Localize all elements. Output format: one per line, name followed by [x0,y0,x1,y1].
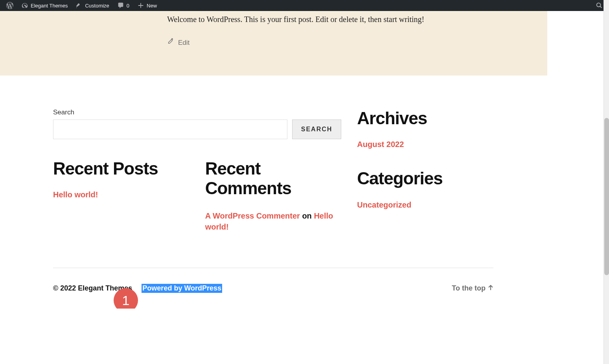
post-body: Welcome to WordPress. This is your first… [167,13,438,48]
annotation-number: 1 [122,293,130,308]
search-input[interactable] [53,119,287,139]
comments-menu[interactable]: 0 [114,0,132,11]
footer-widgets-area: Search SEARCH Archives August 2022 Categ… [0,75,547,232]
search-widget: Search SEARCH [53,108,341,139]
edit-icon [167,38,174,48]
scrollbar-thumb[interactable] [604,118,609,275]
site-footer-wrap: © 2022 Elegant Themes Powered by WordPre… [0,268,547,309]
archives-widget: Archives August 2022 [357,108,493,149]
customize-icon [75,2,83,9]
recent-posts-widget: Recent Posts Hello world! [53,147,190,232]
admin-bar-left: Elegant Themes Customize 0 New [3,0,160,11]
footer-credits: © 2022 Elegant Themes Powered by WordPre… [53,284,222,293]
page-content: Welcome to WordPress. This is your first… [0,11,547,309]
to-top-label: To the top [452,284,486,292]
edit-post-link[interactable]: Edit [167,38,438,48]
sidebar-column: Archives August 2022 Categories Uncatego… [357,108,493,232]
site-footer: © 2022 Elegant Themes Powered by WordPre… [53,268,493,293]
arrow-up-icon [488,284,493,292]
new-content-menu[interactable]: New [134,0,160,11]
comment-on-text: on [300,211,314,220]
site-name-label: Elegant Themes [31,3,68,9]
recent-comments-widget: Recent Comments A WordPress Commenter on… [205,147,342,232]
search-button[interactable]: SEARCH [292,119,342,139]
recent-posts-heading: Recent Posts [53,159,190,179]
category-link[interactable]: Uncategorized [357,200,411,209]
recent-comments-heading: Recent Comments [205,159,342,199]
archives-heading: Archives [357,108,493,129]
categories-heading: Categories [357,169,493,189]
search-icon [596,2,603,9]
comments-icon [117,2,124,9]
recent-post-link[interactable]: Hello world! [53,190,98,199]
footer-widgets-grid: Search SEARCH Archives August 2022 Categ… [53,75,493,232]
categories-widget: Categories Uncategorized [357,169,493,210]
plus-icon [137,2,144,9]
wordpress-logo-icon [6,2,13,9]
wp-admin-bar: Elegant Themes Customize 0 New [0,0,609,11]
new-label: New [147,3,157,9]
scrollbar-track[interactable] [603,0,609,309]
comment-author-link[interactable]: A WordPress Commenter [205,211,300,220]
wp-logo-menu[interactable] [3,0,17,11]
to-top-link[interactable]: To the top [452,284,493,292]
search-label: Search [53,108,287,116]
recent-comment-item: A WordPress Commenter on Hello world! [205,210,342,232]
powered-by-link[interactable]: Powered by WordPress [142,284,222,293]
edit-label: Edit [178,38,190,48]
site-name-menu[interactable]: Elegant Themes [18,0,71,11]
customize-label: Customize [85,3,109,9]
post-text: Welcome to WordPress. This is your first… [167,13,438,25]
customize-menu[interactable]: Customize [72,0,112,11]
post-content-area: Welcome to WordPress. This is your first… [0,11,547,75]
comments-count: 0 [127,3,129,9]
search-block: Search [53,108,287,139]
archive-link[interactable]: August 2022 [357,140,404,149]
dashboard-icon [21,2,28,9]
